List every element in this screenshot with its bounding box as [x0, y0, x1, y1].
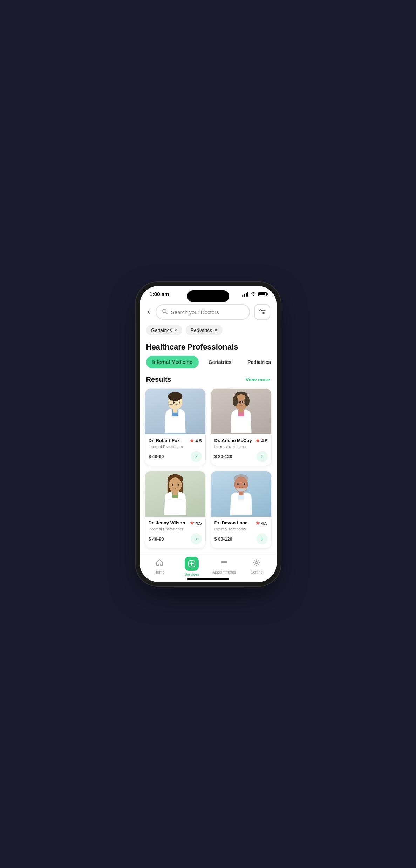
bottom-nav: Home Services: [140, 554, 277, 582]
doctor-image-3: [211, 471, 271, 517]
tags-area: Geriatrics × Pediatrics ×: [140, 324, 277, 340]
battery-icon: [258, 292, 267, 296]
doctor-specialty-3: Internal ractitioner: [214, 527, 268, 531]
doctors-grid: Dr. Robert Fox ★ 4.5 Internal Practition…: [140, 388, 277, 548]
tag-geriatrics-close[interactable]: ×: [174, 327, 177, 333]
phone-screen: 1:00 am: [140, 286, 277, 582]
tab-internal-medicine[interactable]: Internal Medicine: [146, 356, 199, 368]
doctor-card-1[interactable]: Dr. Arlene McCoy ★ 4.5 Internal ractitio…: [211, 388, 272, 466]
search-bar[interactable]: [156, 304, 250, 320]
svg-rect-37: [239, 492, 243, 495]
svg-point-14: [174, 405, 176, 406]
nav-setting[interactable]: Setting: [240, 559, 273, 574]
svg-rect-13: [173, 409, 177, 413]
home-indicator: [187, 578, 229, 580]
svg-point-46: [255, 562, 258, 564]
home-icon: [156, 559, 163, 569]
svg-point-33: [177, 484, 179, 486]
doctor-specialty-2: Internal Practitioner: [149, 527, 202, 531]
nav-home[interactable]: Home: [143, 559, 176, 574]
svg-point-18: [244, 396, 250, 406]
nav-appointments-label: Appointments: [212, 570, 236, 574]
doctor-image-1: [211, 389, 271, 434]
doctor-info-2: Dr. Jenny Wilson ★ 4.5 Internal Practiti…: [145, 517, 205, 548]
rating-value-1: 4.5: [261, 438, 267, 443]
star-icon-2: ★: [190, 520, 194, 526]
doctor-card-3[interactable]: Dr. Devon Lane ★ 4.5 Internal ractitione…: [211, 471, 272, 548]
svg-rect-31: [173, 491, 177, 495]
doctor-price-2: $ 40-90: [149, 536, 164, 542]
doctor-image-2: [145, 471, 205, 517]
doctor-arrow-button-0[interactable]: ›: [191, 451, 202, 462]
svg-point-38: [237, 483, 239, 485]
doctor-price-row-0: $ 40-90 ›: [149, 451, 202, 462]
nav-appointments[interactable]: Appointments: [208, 559, 241, 574]
status-time: 1:00 am: [150, 291, 169, 297]
doctor-rating-0: ★ 4.5: [190, 438, 202, 443]
star-icon-1: ★: [255, 438, 260, 443]
svg-point-29: [169, 477, 182, 492]
doctor-name-1: Dr. Arlene McCoy: [214, 438, 256, 443]
tab-pediatrics[interactable]: Pediatrics: [241, 356, 276, 368]
rating-value-0: 4.5: [195, 438, 202, 443]
search-area: ‹: [140, 300, 277, 324]
svg-point-24: [237, 401, 238, 403]
tag-geriatrics-label: Geriatrics: [151, 327, 172, 333]
doctor-price-row-3: $ 80-120 ›: [214, 533, 268, 544]
nav-services-label: Services: [184, 572, 199, 576]
doctor-price-3: $ 80-120: [214, 536, 232, 542]
tab-geriatrics[interactable]: Geriatrics: [202, 356, 238, 368]
doctor-price-row-1: $ 80-120 ›: [214, 451, 268, 462]
back-button[interactable]: ‹: [146, 306, 151, 318]
rating-value-2: 4.5: [195, 521, 202, 526]
rating-value-3: 4.5: [261, 521, 267, 526]
doctor-card-2[interactable]: Dr. Jenny Wilson ★ 4.5 Internal Practiti…: [145, 471, 206, 548]
star-icon-3: ★: [255, 520, 260, 526]
star-icon-0: ★: [190, 438, 194, 443]
svg-point-25: [241, 401, 243, 403]
tag-geriatrics[interactable]: Geriatrics ×: [146, 325, 182, 335]
svg-point-32: [171, 484, 173, 486]
appointments-icon: [220, 559, 228, 569]
tag-pediatrics-label: Pediatrics: [191, 327, 212, 333]
svg-rect-23: [239, 409, 243, 413]
search-icon: [162, 308, 168, 316]
search-input[interactable]: [171, 309, 244, 315]
results-title: Results: [146, 375, 171, 384]
doctor-rating-1: ★ 4.5: [255, 438, 267, 443]
doctor-price-row-2: $ 40-90 ›: [149, 533, 202, 544]
signal-bars-icon: [242, 292, 248, 297]
doctor-name-2: Dr. Jenny Wilson: [149, 520, 190, 525]
svg-line-1: [166, 312, 167, 314]
tag-pediatrics[interactable]: Pediatrics ×: [186, 325, 223, 335]
doctor-card-0[interactable]: Dr. Robert Fox ★ 4.5 Internal Practition…: [145, 388, 206, 466]
doctor-rating-2: ★ 4.5: [190, 520, 202, 526]
nav-home-label: Home: [154, 570, 164, 574]
doctor-info-1: Dr. Arlene McCoy ★ 4.5 Internal ractitio…: [211, 434, 271, 466]
setting-icon: [253, 559, 260, 569]
doctor-arrow-button-3[interactable]: ›: [257, 533, 268, 544]
wifi-icon: [251, 291, 256, 297]
doctor-price-1: $ 80-120: [214, 454, 232, 459]
view-more-button[interactable]: View more: [246, 377, 270, 382]
phone-frame: 1:00 am: [140, 286, 277, 582]
category-tabs: Internal Medicine Geriatrics Pediatrics …: [140, 356, 277, 374]
scroll-content[interactable]: ‹: [140, 300, 277, 575]
nav-setting-label: Setting: [251, 570, 262, 574]
doctor-info-3: Dr. Devon Lane ★ 4.5 Internal ractitione…: [211, 517, 271, 548]
doctor-image-0: [145, 389, 205, 434]
svg-point-39: [243, 483, 245, 485]
filter-button[interactable]: [254, 304, 270, 320]
nav-services[interactable]: Services: [176, 557, 208, 576]
doctor-arrow-button-2[interactable]: ›: [191, 533, 202, 544]
section-title: Healthcare Professionals: [140, 340, 277, 356]
tag-pediatrics-close[interactable]: ×: [214, 327, 217, 333]
dynamic-island: [187, 290, 229, 302]
doctor-specialty-0: Internal Practitioner: [149, 445, 202, 449]
doctor-name-3: Dr. Devon Lane: [214, 520, 256, 525]
doctor-price-0: $ 40-90: [149, 454, 164, 459]
doctor-arrow-button-1[interactable]: ›: [257, 451, 268, 462]
services-plus-icon: [185, 557, 199, 571]
results-header: Results View more: [140, 374, 277, 388]
doctor-name-0: Dr. Robert Fox: [149, 438, 190, 443]
